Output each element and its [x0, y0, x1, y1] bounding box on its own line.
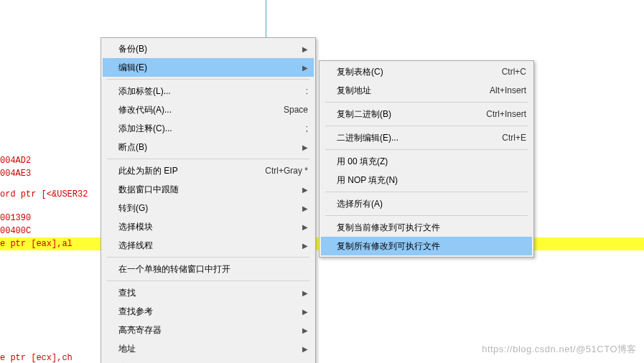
menu-select-module[interactable]: 选择模块 ▶ — [103, 217, 314, 236]
menu-copy-current-mod-to-exe[interactable]: 复制当前修改到可执行文件 — [321, 218, 532, 237]
menu-shortcut: Ctrl+C — [502, 67, 526, 77]
menu-label: 复制表格(C) — [337, 66, 495, 78]
menu-shortcut: Ctrl+Gray * — [265, 166, 308, 176]
menu-follow-data[interactable]: 数据窗口中跟随 ▶ — [103, 180, 314, 199]
menu-shortcut: Ctrl+E — [502, 133, 526, 143]
menu-modify-code[interactable]: 修改代码(A)... Space — [103, 100, 314, 119]
disassembly-panel: 004AD2 004AE3 ord ptr [<&USER32 001390 0… — [0, 0, 10, 103]
menu-separator — [325, 126, 528, 126]
menu-open-dump[interactable]: 在一个单独的转储窗口中打开 — [103, 260, 314, 278]
menu-fill-nop[interactable]: 用 NOP 填充(N) — [321, 171, 532, 189]
context-menu-primary: 备份(B) ▶ 编辑(E) ▶ 添加标签(L)... : 修改代码(A)... … — [101, 37, 316, 363]
menu-label: 二进制编辑(E)... — [337, 132, 495, 144]
chevron-right-icon: ▶ — [301, 45, 308, 53]
chevron-right-icon: ▶ — [301, 143, 308, 151]
disasm-row: 001390 — [0, 212, 31, 225]
menu-fill-00[interactable]: 用 00 填充(Z) — [321, 152, 532, 171]
watermark-left: https://blog.csdn.net/ — [482, 344, 576, 354]
menu-copy-address[interactable]: 复制地址 Alt+Insert — [321, 81, 532, 100]
menu-shortcut: ; — [306, 123, 308, 133]
menu-highlight-register[interactable]: 高亮寄存器 ▶ — [103, 321, 314, 339]
menu-new-eip[interactable]: 此处为新的 EIP Ctrl+Gray * — [103, 161, 314, 180]
menu-add-label[interactable]: 添加标签(L)... : — [103, 82, 314, 100]
menu-label: 此处为新的 EIP — [118, 165, 258, 177]
menu-label: 复制地址 — [337, 85, 482, 97]
menu-shortcut: : — [306, 86, 308, 96]
menu-label: 数据窗口中跟随 — [118, 184, 301, 196]
menu-add-comment[interactable]: 添加注释(C)... ; — [103, 119, 314, 138]
menu-separator — [107, 79, 309, 80]
disasm-row: 004AD2 — [0, 154, 31, 167]
menu-copy-table[interactable]: 复制表格(C) Ctrl+C — [321, 62, 532, 81]
disasm-row: ord ptr [<&USER32 — [0, 188, 88, 201]
menu-label: 复制二进制(B) — [337, 108, 479, 121]
menu-separator — [325, 215, 528, 216]
menu-label: 修改代码(A)... — [118, 104, 276, 116]
menu-breakpoint[interactable]: 断点(B) ▶ — [103, 138, 314, 156]
chevron-right-icon: ▶ — [301, 308, 308, 316]
menu-copy-all-mod-to-exe[interactable]: 复制所有修改到可执行文件 — [321, 237, 532, 255]
menu-label: 地址 — [118, 343, 301, 355]
divider-vertical — [266, 0, 266, 39]
menu-label: 选择所有(A) — [337, 198, 526, 210]
chevron-right-icon: ▶ — [301, 242, 308, 250]
menu-separator — [325, 102, 528, 103]
chevron-right-icon: ▶ — [301, 326, 308, 334]
menu-copy-binary[interactable]: 复制二进制(B) Ctrl+Insert — [321, 105, 532, 123]
menu-binary-edit[interactable]: 二进制编辑(E)... Ctrl+E — [321, 128, 532, 147]
menu-address[interactable]: 地址 ▶ — [103, 339, 314, 358]
menu-label: 在一个单独的转储窗口中打开 — [118, 263, 308, 275]
chevron-right-icon: ▶ — [301, 345, 308, 353]
chevron-right-icon: ▶ — [301, 223, 308, 231]
menu-separator — [107, 280, 309, 281]
chevron-right-icon: ▶ — [301, 204, 308, 212]
context-menu-edit-submenu: 复制表格(C) Ctrl+C 复制地址 Alt+Insert 复制二进制(B) … — [319, 60, 534, 258]
menu-separator — [325, 192, 528, 192]
menu-label: 转到(G) — [118, 202, 301, 214]
menu-select-thread[interactable]: 选择线程 ▶ — [103, 236, 314, 255]
menu-label: 用 NOP 填充(N) — [337, 174, 526, 187]
menu-separator — [325, 149, 528, 150]
menu-label: 编辑(E) — [118, 62, 301, 74]
menu-find[interactable]: 查找 ▶ — [103, 283, 314, 302]
menu-shortcut: Space — [284, 105, 308, 115]
menu-label: 备份(B) — [118, 43, 301, 55]
menu-find-ref[interactable]: 查找参考 ▶ — [103, 302, 314, 321]
disasm-row: 004AE3 — [0, 167, 31, 180]
menu-select-all[interactable]: 选择所有(A) — [321, 194, 532, 213]
menu-label: 添加注释(C)... — [118, 123, 299, 135]
menu-shortcut: Alt+Insert — [490, 85, 526, 95]
chevron-right-icon: ▶ — [301, 64, 308, 72]
menu-label: 查找参考 — [118, 306, 301, 318]
menu-label: 选择线程 — [118, 240, 301, 252]
menu-label: 选择模块 — [118, 221, 301, 233]
menu-goto[interactable]: 转到(G) ▶ — [103, 199, 314, 217]
chevron-right-icon: ▶ — [301, 186, 308, 194]
disasm-row: e ptr [ecx],ch — [0, 352, 73, 363]
watermark: https://blog.csdn.net/@51CTO博客 — [482, 343, 637, 356]
chevron-right-icon: ▶ — [301, 289, 308, 297]
menu-label: 复制当前修改到可执行文件 — [337, 222, 526, 234]
menu-label: 添加标签(L)... — [118, 85, 299, 98]
menu-separator — [107, 159, 309, 159]
menu-label: 查找 — [118, 287, 301, 299]
menu-separator — [107, 257, 309, 258]
menu-label: 断点(B) — [118, 141, 301, 154]
watermark-right: @51CTO博客 — [576, 344, 637, 354]
menu-backup[interactable]: 备份(B) ▶ — [103, 39, 314, 58]
menu-label: 复制所有修改到可执行文件 — [337, 240, 526, 253]
menu-comment[interactable]: 注释 ▶ — [103, 358, 314, 363]
menu-shortcut: Ctrl+Insert — [486, 109, 526, 119]
menu-label: 用 00 填充(Z) — [337, 156, 526, 168]
menu-edit[interactable]: 编辑(E) ▶ — [103, 58, 314, 77]
disasm-row: 00400C — [0, 225, 31, 237]
menu-label: 高亮寄存器 — [118, 324, 301, 336]
